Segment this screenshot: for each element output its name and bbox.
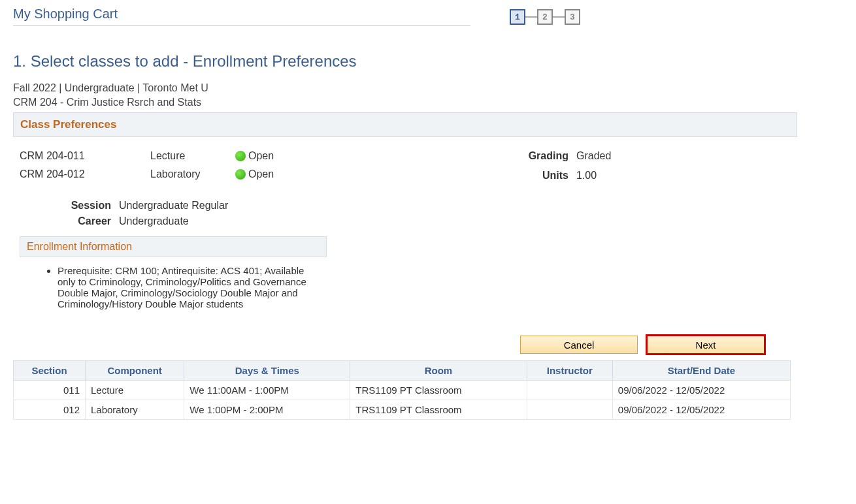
- step-1: 1: [510, 9, 525, 25]
- cell-instructor: [527, 381, 612, 400]
- col-component: Component: [86, 361, 184, 381]
- grading-value: Graded: [576, 150, 611, 162]
- career-label: Career: [20, 215, 111, 227]
- table-row: 011 Lecture We 11:00AM - 1:00PM TRS1109 …: [14, 381, 791, 400]
- next-button[interactable]: Next: [647, 336, 765, 354]
- col-section: Section: [14, 361, 86, 381]
- cell-room: TRS1109 PT Classroom: [350, 400, 527, 420]
- step-2: 2: [537, 9, 553, 25]
- component-type: Laboratory: [150, 168, 222, 180]
- units-value: 1.00: [576, 170, 597, 181]
- col-room: Room: [350, 361, 527, 381]
- cell-component: Laboratory: [86, 400, 184, 420]
- step-connector: [553, 16, 565, 18]
- cell-dates: 09/06/2022 - 12/05/2022: [612, 400, 790, 420]
- cell-days: We 11:00AM - 1:00PM: [184, 381, 350, 400]
- cancel-button[interactable]: Cancel: [520, 336, 638, 354]
- session-value: Undergraduate Regular: [119, 200, 228, 212]
- col-dates: Start/End Date: [612, 361, 790, 381]
- cell-room: TRS1109 PT Classroom: [350, 381, 527, 400]
- status-open-icon: [235, 151, 246, 161]
- session-label: Session: [20, 200, 111, 212]
- component-row: CRM 204-012 Laboratory Open: [20, 168, 425, 180]
- component-code: CRM 204-011: [20, 150, 137, 162]
- component-row: CRM 204-011 Lecture Open: [20, 150, 425, 162]
- col-days: Days & Times: [184, 361, 350, 381]
- cell-section: 012: [14, 400, 86, 420]
- table-row: 012 Laboratory We 1:00PM - 2:00PM TRS110…: [14, 400, 791, 420]
- cell-component: Lecture: [86, 381, 184, 400]
- enrollment-info-text: Prerequisite: CRM 100; Antirequisite: AC…: [58, 265, 320, 309]
- component-code: CRM 204-012: [20, 168, 137, 180]
- class-preferences-header: Class Preferences: [13, 112, 797, 137]
- step-3: 3: [565, 9, 580, 25]
- progress-stepper: 1 2 3: [510, 9, 580, 25]
- cell-dates: 09/06/2022 - 12/05/2022: [612, 381, 790, 400]
- grading-label: Grading: [516, 150, 568, 162]
- col-instructor: Instructor: [527, 361, 612, 381]
- term-context: Fall 2022 | Undergraduate | Toronto Met …: [13, 82, 843, 94]
- status-text: Open: [248, 168, 274, 180]
- cell-section: 011: [14, 381, 86, 400]
- step-connector: [525, 16, 537, 18]
- cell-instructor: [527, 400, 612, 420]
- career-value: Undergraduate: [119, 215, 189, 227]
- schedule-table: Section Component Days & Times Room Inst…: [13, 360, 791, 420]
- enrollment-info-header: Enrollment Information: [20, 236, 327, 257]
- units-label: Units: [516, 170, 568, 181]
- cell-days: We 1:00PM - 2:00PM: [184, 400, 350, 420]
- course-title: CRM 204 - Crim Justice Rsrch and Stats: [13, 97, 843, 108]
- component-type: Lecture: [150, 150, 222, 162]
- status-text: Open: [248, 150, 274, 162]
- section-heading: 1. Select classes to add - Enrollment Pr…: [13, 52, 843, 71]
- page-title: My Shopping Cart: [13, 7, 470, 22]
- status-open-icon: [235, 169, 246, 180]
